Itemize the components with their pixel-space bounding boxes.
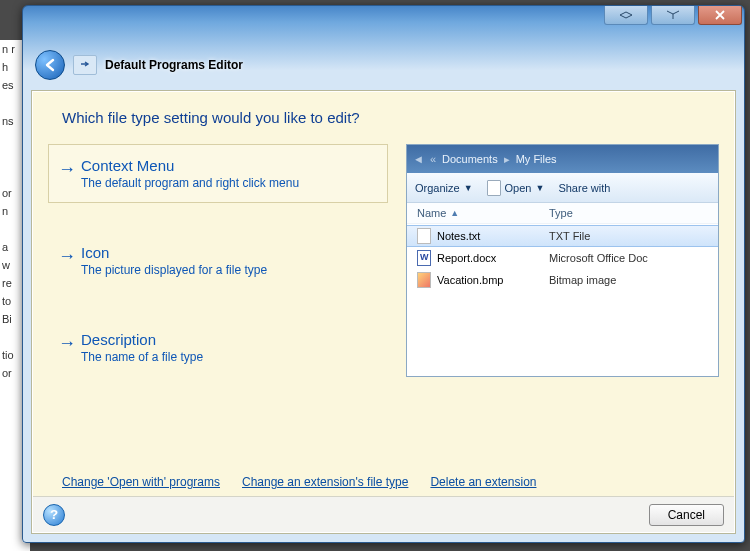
- link-change-extension-type[interactable]: Change an extension's file type: [242, 475, 408, 489]
- page-icon: [487, 180, 501, 196]
- image-file-icon: [417, 272, 431, 288]
- link-delete-extension[interactable]: Delete an extension: [430, 475, 536, 489]
- chevron-down-icon: ▼: [535, 183, 544, 193]
- window-title: Default Programs Editor: [105, 58, 243, 72]
- option-description[interactable]: → Description The name of a file type: [48, 318, 388, 377]
- option-title: Description: [81, 331, 203, 348]
- organize-menu[interactable]: Organize ▼: [415, 182, 473, 194]
- back-button[interactable]: [35, 50, 65, 80]
- explorer-preview: ◄ « Documents ▸ My Files Organize ▼ Open…: [406, 144, 719, 377]
- preview-column-headers[interactable]: Name ▲ Type: [407, 203, 718, 224]
- minimize-button[interactable]: [604, 5, 648, 25]
- option-desc: The picture displayed for a file type: [81, 263, 267, 277]
- chevron-right-icon: ▸: [504, 153, 510, 166]
- option-desc: The default program and right click menu: [81, 176, 299, 190]
- footer-bar: ? Cancel: [33, 496, 734, 532]
- arrow-right-icon: →: [53, 331, 81, 364]
- breadcrumb-item: Documents: [442, 153, 498, 165]
- cancel-button[interactable]: Cancel: [649, 504, 724, 526]
- list-item[interactable]: Report.docx Microsoft Office Doc: [407, 247, 718, 269]
- chevron-right-icon: «: [430, 153, 436, 165]
- navigation-row: Default Programs Editor: [23, 42, 744, 88]
- option-title: Context Menu: [81, 157, 299, 174]
- list-item[interactable]: Vacation.bmp Bitmap image: [407, 269, 718, 291]
- word-file-icon: [417, 250, 431, 266]
- share-menu[interactable]: Share with: [558, 182, 610, 194]
- column-type: Type: [549, 207, 573, 219]
- forward-dropdown-button[interactable]: [73, 55, 97, 75]
- arrow-right-icon: →: [53, 157, 81, 190]
- link-change-open-with[interactable]: Change 'Open with' programs: [62, 475, 220, 489]
- title-bar: [23, 6, 744, 42]
- application-window: Default Programs Editor Which file type …: [22, 5, 745, 543]
- client-area: Which file type setting would you like t…: [31, 90, 736, 534]
- sort-ascending-icon: ▲: [450, 208, 459, 218]
- option-icon[interactable]: → Icon The picture displayed for a file …: [48, 231, 388, 290]
- maximize-button[interactable]: [651, 5, 695, 25]
- content-row: → Context Menu The default program and r…: [32, 136, 735, 377]
- column-name: Name: [417, 207, 446, 219]
- preview-file-list: Notes.txt TXT File Report.docx Microsoft…: [407, 224, 718, 292]
- chevron-down-icon: ▼: [464, 183, 473, 193]
- preview-toolbar: Organize ▼ Open ▼ Share with: [407, 173, 718, 203]
- option-desc: The name of a file type: [81, 350, 203, 364]
- breadcrumb-item: My Files: [516, 153, 557, 165]
- arrow-right-icon: →: [53, 244, 81, 277]
- bottom-links: Change 'Open with' programs Change an ex…: [62, 475, 536, 489]
- options-list: → Context Menu The default program and r…: [48, 144, 388, 377]
- option-title: Icon: [81, 244, 267, 261]
- close-button[interactable]: [698, 5, 742, 25]
- option-context-menu[interactable]: → Context Menu The default program and r…: [48, 144, 388, 203]
- list-item[interactable]: Notes.txt TXT File: [407, 225, 718, 247]
- text-file-icon: [417, 228, 431, 244]
- help-button[interactable]: ?: [43, 504, 65, 526]
- nav-back-icon: ◄: [413, 153, 424, 165]
- preview-breadcrumb: ◄ « Documents ▸ My Files: [407, 145, 718, 173]
- page-heading: Which file type setting would you like t…: [32, 91, 735, 136]
- open-menu[interactable]: Open ▼: [487, 180, 545, 196]
